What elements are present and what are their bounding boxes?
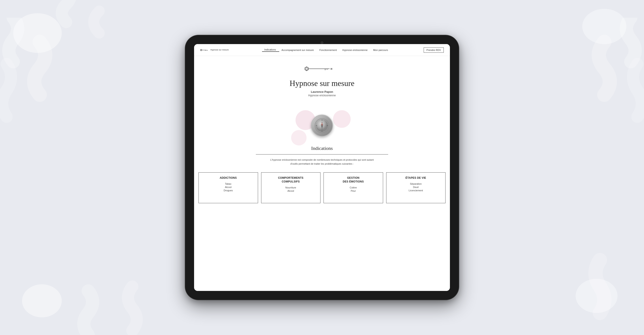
svg-text:H: H (207, 49, 208, 51)
card-comportements: COMPORTEMENTS COMPULSIFS Nourriture Alco… (261, 172, 321, 203)
nav-separator: · (338, 49, 338, 51)
nav-logo-text: Hypnose sur mesure (210, 49, 229, 51)
card-gestion-title: GESTION DES ÉMOTIONS (343, 176, 364, 184)
card-item: Alcool (287, 190, 294, 192)
indications-description: L'hypnose ericksonienne est composée de … (267, 158, 377, 166)
nav-logo: H Hypnose sur mesure (200, 48, 229, 52)
hero-title: Hypnose sur mesure (290, 79, 354, 88)
nav-separator: · (368, 49, 369, 51)
logo-key-icon: H (200, 48, 209, 52)
card-addictions-title: ADDICTIONS (220, 176, 237, 180)
card-item: Alcool (225, 186, 232, 188)
card-item: Drogues (224, 189, 233, 192)
card-item: Nourriture (286, 186, 296, 189)
card-item: Peur (351, 190, 356, 192)
nav-link-hypnose[interactable]: Hypnose ericksonienne · (340, 49, 371, 51)
svg-point-6 (305, 67, 308, 70)
svg-point-7 (306, 68, 308, 70)
nav-link-indications[interactable]: Indications · (262, 48, 279, 52)
pink-blob-right (333, 110, 351, 128)
card-etapes: ÉTAPES DE VIE Séparation Deuil Licenciem… (386, 172, 446, 203)
nav-link-parcours[interactable]: Mon parcours (371, 49, 390, 51)
nav-separator: · (314, 49, 315, 51)
hero-section: H Hypnose sur mesure Laurence Papon Hypn… (285, 56, 359, 108)
main-content: H Hypnose sur mesure Laurence Papon Hypn… (194, 56, 450, 291)
card-gestion-items: Colère Peur (350, 186, 357, 192)
key-svg: H (304, 64, 340, 74)
card-comportements-title: COMPORTEMENTS COMPULSIFS (278, 176, 304, 184)
compass-svg: N S (314, 118, 330, 133)
card-comportements-items: Nourriture Alcool (286, 186, 296, 192)
hero-practitioner-name: Laurence Papon (311, 90, 333, 93)
card-gestion: GESTION DES ÉMOTIONS Colère Peur (324, 172, 383, 203)
nav-link-accompagnement[interactable]: Accompagnement sur mesure · (279, 49, 317, 51)
nav-separator: · (276, 48, 277, 50)
svg-point-1 (201, 50, 202, 50)
card-etapes-items: Séparation Deuil Licenciement (409, 182, 423, 192)
prendre-rdv-button[interactable]: Prendre RDV (424, 47, 444, 53)
ipad-device: H Hypnose sur mesure Indications · Accom… (185, 35, 459, 300)
card-item: Colère (350, 186, 357, 189)
indications-section: N S Indications L'hypnose ericksonien (194, 108, 450, 172)
card-item: Tabac (225, 182, 231, 185)
ipad-screen: H Hypnose sur mesure Indications · Accom… (194, 44, 450, 291)
navigation: H Hypnose sur mesure Indications · Accom… (194, 44, 450, 56)
card-addictions-items: Tabac Alcool Drogues (224, 182, 233, 192)
card-etapes-title: ÉTAPES DE VIE (405, 176, 426, 180)
nav-links: Indications · Accompagnement sur mesure … (229, 48, 424, 52)
card-item: Séparation (410, 182, 422, 185)
card-item: Deuil (413, 186, 418, 188)
nav-link-fonctionnement[interactable]: Fonctionnement · (317, 49, 340, 51)
compass-illustration: N S (311, 115, 333, 137)
hero-key-illustration: H (304, 64, 340, 76)
card-item: Licenciement (409, 189, 423, 192)
svg-text:H: H (330, 68, 332, 70)
card-addictions: ADDICTIONS Tabac Alcool Drogues (198, 172, 258, 203)
indications-title: Indications (311, 145, 333, 151)
indications-cards-grid: ADDICTIONS Tabac Alcool Drogues COMPORTE… (194, 172, 450, 210)
pink-blob-bottom (291, 130, 306, 145)
hero-practitioner-type: Hypnose ericksonienne (308, 94, 336, 97)
svg-point-0 (200, 49, 202, 51)
compass-container: N S (300, 108, 344, 143)
